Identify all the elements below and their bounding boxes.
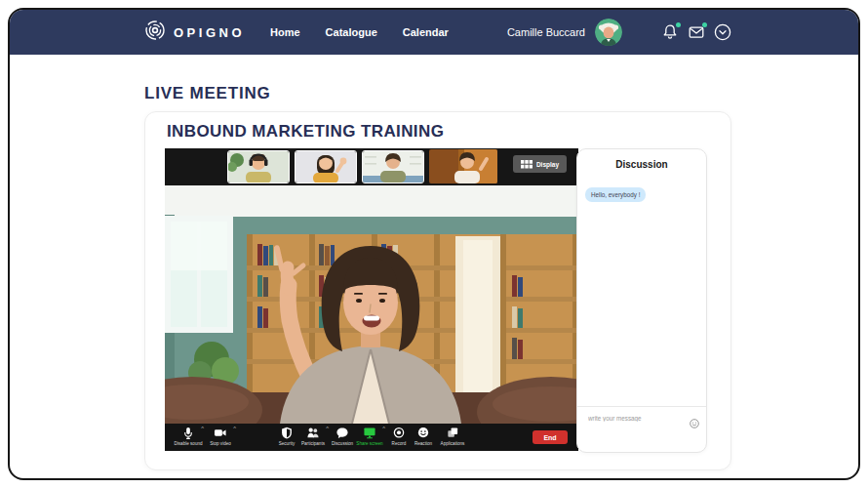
header-icon-group — [661, 23, 731, 41]
bell-unread-dot — [676, 22, 681, 27]
video-options-caret[interactable]: ^ — [233, 426, 236, 431]
chat-message-bubble: Hello, everybody ! — [585, 187, 646, 202]
shield-icon — [280, 427, 294, 439]
grid-display-icon — [521, 160, 533, 169]
display-button[interactable]: Display — [513, 155, 567, 173]
participant-thumbnail-1[interactable] — [227, 150, 290, 183]
bell-icon[interactable] — [661, 23, 679, 41]
speech-bubble-icon — [335, 427, 349, 439]
user-name: Camille Buccard — [507, 26, 585, 38]
participant-thumbnail-3[interactable] — [362, 150, 424, 183]
stop-video-button[interactable]: ^ Stop video — [201, 427, 240, 446]
main-nav: Home Catalogue Calendar — [270, 26, 449, 38]
envelope-icon[interactable] — [688, 23, 705, 41]
apps-icon — [446, 427, 459, 439]
main-header: OPIGNO Home Catalogue Calendar Camille B… — [10, 10, 858, 55]
meeting-card: INBOUND MARKETING TRAINING — [144, 111, 731, 470]
page-title: LIVE MEETING — [144, 84, 271, 103]
logo-wordmark: OPIGNO — [174, 25, 245, 40]
envelope-unread-dot — [702, 22, 707, 27]
smiley-icon — [416, 427, 430, 439]
meeting-toolbar: ^ Disable sound ^ Stop video — [165, 424, 578, 451]
chat-messages: Hello, everybody ! — [577, 170, 706, 406]
microphone-icon — [181, 427, 195, 439]
video-camera-icon — [214, 427, 227, 439]
nav-item-calendar[interactable]: Calendar — [403, 26, 449, 38]
main-video-feed — [165, 185, 578, 424]
discussion-panel: Discussion Hello, everybody ! — [576, 148, 707, 453]
meeting-title: INBOUND MARKETING TRAINING — [167, 122, 444, 142]
display-button-label: Display — [536, 161, 559, 168]
app-window: OPIGNO Home Catalogue Calendar Camille B… — [8, 8, 860, 480]
participant-thumbnail-2[interactable] — [295, 150, 357, 183]
chevron-down-icon[interactable] — [714, 23, 731, 41]
chat-input-row — [577, 406, 706, 452]
participant-thumbnail-4[interactable] — [429, 149, 497, 183]
participants-icon — [306, 427, 320, 439]
nav-item-home[interactable]: Home — [270, 26, 300, 38]
end-meeting-button[interactable]: End — [533, 430, 568, 444]
video-conference-area: Display — [165, 148, 578, 451]
chat-message-input[interactable] — [586, 414, 680, 423]
emoji-picker-icon[interactable] — [690, 415, 699, 425]
opigno-logo-icon — [144, 20, 166, 45]
avatar[interactable] — [595, 19, 622, 46]
opigno-logo[interactable]: OPIGNO — [144, 20, 245, 45]
discussion-title: Discussion — [577, 159, 706, 170]
participants-strip: Display — [165, 148, 578, 185]
screen-share-icon — [363, 427, 376, 439]
applications-button[interactable]: Applications — [433, 427, 472, 446]
nav-item-catalogue[interactable]: Catalogue — [326, 26, 377, 38]
